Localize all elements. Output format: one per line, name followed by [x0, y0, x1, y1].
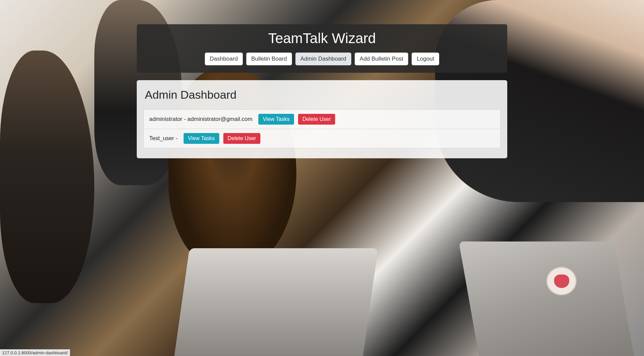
status-bar: 127.0.0.1:8000/admin-dashboard/ [0, 349, 70, 356]
app-header: TeamTalk Wizard DashboardBulletin BoardA… [137, 24, 507, 73]
content-card: Admin Dashboard administrator - administ… [137, 80, 507, 158]
nav-add-bulletin-post[interactable]: Add Bulletin Post [355, 53, 408, 65]
view-tasks-button[interactable]: View Tasks [184, 133, 219, 144]
view-tasks-button[interactable]: View Tasks [258, 114, 294, 125]
nav-bulletin-board[interactable]: Bulletin Board [246, 53, 292, 65]
user-row: administrator - administrator@gmail.comV… [144, 110, 500, 129]
user-label: Test_user - [149, 135, 178, 142]
delete-user-button[interactable]: Delete User [223, 133, 260, 144]
delete-user-button[interactable]: Delete User [298, 114, 335, 125]
user-row: Test_user - View TasksDelete User [144, 129, 500, 148]
page-title: Admin Dashboard [143, 88, 501, 101]
user-label: administrator - administrator@gmail.com [149, 116, 252, 123]
nav-logout[interactable]: Logout [412, 53, 439, 65]
nav-dashboard[interactable]: Dashboard [205, 53, 243, 65]
user-list: administrator - administrator@gmail.comV… [143, 109, 501, 148]
nav-admin-dashboard[interactable]: Admin Dashboard [295, 53, 351, 65]
main-nav: DashboardBulletin BoardAdmin DashboardAd… [143, 53, 501, 65]
app-title: TeamTalk Wizard [143, 30, 501, 46]
